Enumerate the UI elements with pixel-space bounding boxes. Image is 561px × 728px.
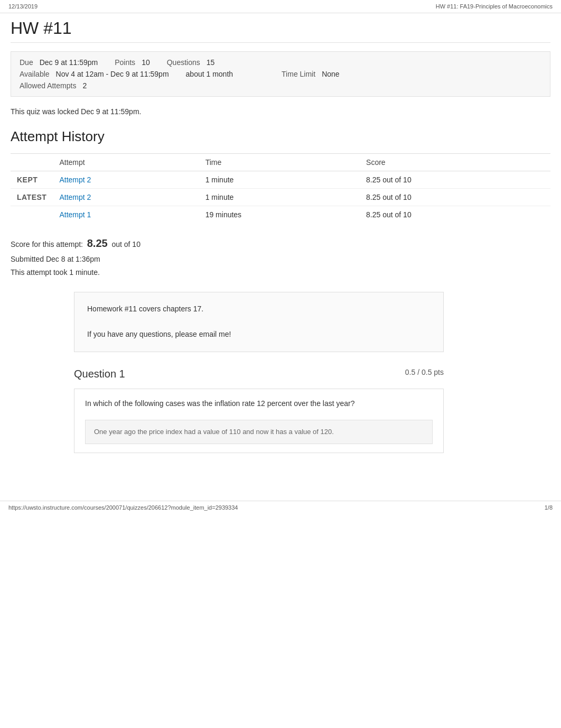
instruction-box: Homework #11 covers chapters 17. If you … xyxy=(74,292,444,352)
score-summary: Score for this attempt: 8.25 out of 10 S… xyxy=(11,234,550,279)
duration-value: about 1 month xyxy=(186,70,233,78)
row-attempt[interactable]: Attempt 2 xyxy=(53,189,199,206)
row-score: 8.25 out of 10 xyxy=(360,189,550,206)
row-score: 8.25 out of 10 xyxy=(360,206,550,224)
allowed-label: Allowed Attempts xyxy=(20,81,76,90)
row-time: 19 minutes xyxy=(199,206,360,224)
duration-line: This attempt took 1 minute. xyxy=(11,266,550,279)
row-time: 1 minute xyxy=(199,171,360,189)
quiz-meta-row-2: Available Nov 4 at 12am - Dec 9 at 11:59… xyxy=(20,70,541,78)
row-attempt[interactable]: Attempt 1 xyxy=(53,206,199,224)
top-bar-title: HW #11: FA19-Principles of Macroeconomic… xyxy=(436,3,553,10)
col-score: Score xyxy=(360,154,550,171)
bottom-page: 1/8 xyxy=(545,504,553,511)
col-attempt: Attempt xyxy=(53,154,199,171)
answer-choice-1-text: One year ago the price index had a value… xyxy=(94,428,334,436)
table-row: Attempt 119 minutes8.25 out of 10 xyxy=(11,206,550,224)
row-attempt[interactable]: Attempt 2 xyxy=(53,171,199,189)
bottom-bar: https://uwsto.instructure.com/courses/20… xyxy=(0,501,561,514)
quiz-meta-row-1: Due Dec 9 at 11:59pm Points 10 Questions… xyxy=(20,58,541,67)
col-time: Time xyxy=(199,154,360,171)
questions-label: Questions xyxy=(167,58,200,67)
answer-choice-1: One year ago the price index had a value… xyxy=(85,420,433,444)
score-out-of: out of 10 xyxy=(111,240,141,248)
available-value: Nov 4 at 12am - Dec 9 at 11:59pm xyxy=(56,70,169,78)
question-1-text: In which of the following cases was the … xyxy=(85,398,433,409)
table-header-row: Attempt Time Score xyxy=(11,154,550,171)
question-1-points: 0.5 / 0.5 pts xyxy=(405,368,444,376)
attempt-history-title: Attempt History xyxy=(11,128,550,145)
bottom-url: https://uwsto.instructure.com/courses/20… xyxy=(8,504,238,511)
score-number: 8.25 xyxy=(87,237,108,249)
available-label: Available xyxy=(20,70,50,78)
question-1-body: In which of the following cases was the … xyxy=(74,389,444,453)
questions-value: 15 xyxy=(207,58,215,67)
main-content: HW #11 Due Dec 9 at 11:59pm Points 10 Qu… xyxy=(0,13,561,480)
page-title: HW #11 xyxy=(11,19,550,43)
points-label: Points xyxy=(115,58,135,67)
row-label xyxy=(11,206,53,224)
due-label: Due xyxy=(20,58,33,67)
due-value: Dec 9 at 11:59pm xyxy=(40,58,98,67)
question-1-block: Question 1 0.5 / 0.5 pts In which of the… xyxy=(74,368,444,453)
timelimit-label: Time Limit xyxy=(282,70,315,78)
top-bar-date: 12/13/2019 xyxy=(8,3,38,10)
instruction-line2: If you have any questions, please email … xyxy=(87,328,431,341)
row-label: KEPT xyxy=(11,171,53,189)
table-row: KEPTAttempt 21 minute8.25 out of 10 xyxy=(11,171,550,189)
quiz-meta-row-3: Allowed Attempts 2 xyxy=(20,81,541,90)
question-1-header: Question 1 0.5 / 0.5 pts xyxy=(74,368,444,380)
row-time: 1 minute xyxy=(199,189,360,206)
top-bar: 12/13/2019 HW #11: FA19-Principles of Ma… xyxy=(0,0,561,13)
row-label: LATEST xyxy=(11,189,53,206)
locked-notice: This quiz was locked Dec 9 at 11:59pm. xyxy=(11,107,550,116)
submitted-line: Submitted Dec 8 at 1:36pm xyxy=(11,253,550,266)
timelimit-value: None xyxy=(322,70,339,78)
score-line: Score for this attempt: 8.25 out of 10 xyxy=(11,234,550,253)
allowed-value: 2 xyxy=(82,81,87,90)
row-score: 8.25 out of 10 xyxy=(360,171,550,189)
attempt-history-table: Attempt Time Score KEPTAttempt 21 minute… xyxy=(11,153,550,223)
question-1-title: Question 1 xyxy=(74,368,125,380)
score-label: Score for this attempt: xyxy=(11,240,83,248)
instruction-line1: Homework #11 covers chapters 17. xyxy=(87,303,431,316)
points-value: 10 xyxy=(142,58,150,67)
col-label xyxy=(11,154,53,171)
table-row: LATESTAttempt 21 minute8.25 out of 10 xyxy=(11,189,550,206)
quiz-meta-box: Due Dec 9 at 11:59pm Points 10 Questions… xyxy=(11,51,550,97)
